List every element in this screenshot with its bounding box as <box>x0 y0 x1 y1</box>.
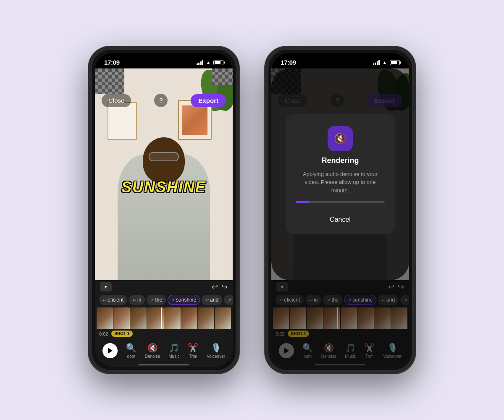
export-button-1[interactable]: Export <box>191 94 226 107</box>
trim-tool-1[interactable]: ✂️ Trim <box>188 343 198 359</box>
signal-icon-1 <box>197 60 204 65</box>
word-tag-3[interactable]: ↗ sunshine <box>168 295 200 305</box>
denoise-tool-2[interactable]: 🔇 Denoise <box>321 343 337 359</box>
battery-icon-1 <box>213 60 223 65</box>
denoise-label-1: Denoise <box>145 354 160 359</box>
zoom-tool-2[interactable]: 🔍 oom <box>302 343 313 359</box>
timeline-info-2: 0:02 SHOT 1 <box>271 329 409 339</box>
play-button-2[interactable] <box>279 343 294 358</box>
bottom-area-2: ▾ ↩ ↪ ↩ eficient ↩ in ↗ <box>271 280 409 367</box>
signal-icon-2 <box>373 60 380 65</box>
status-time-2: 17:09 <box>281 59 296 66</box>
music-label-2: Music <box>345 354 356 359</box>
chevron-down-icon-2[interactable]: ▾ <box>276 282 288 291</box>
timeline-2 <box>271 307 409 329</box>
word-tag-2-1[interactable]: ↩ in <box>305 295 321 305</box>
word-tag-2-0[interactable]: ↩ eficient <box>276 295 304 305</box>
word-tag-0[interactable]: ↩ eficient <box>99 295 127 305</box>
bottom-area-1: ▾ ↩ ↪ ↩ eficient ↩ in ↗ <box>95 280 233 367</box>
phone-1-shell: 17:09 ▲ <box>88 46 239 374</box>
denoise-tool-1[interactable]: 🔇 Denoise <box>145 343 160 359</box>
word-tag-2-4[interactable]: ↩ and <box>378 295 399 305</box>
subtitle-text-1: SUNSHINE <box>121 178 206 196</box>
phone-1: 17:09 ▲ <box>88 46 239 374</box>
modal-progress-fill <box>296 201 309 203</box>
top-controls-1: Close ? Export <box>95 94 233 107</box>
playhead-1 <box>161 307 162 329</box>
timeline-time-1: 0:02 <box>99 331 108 336</box>
trim-label-2: Trim <box>365 354 374 359</box>
modal-title: Rendering <box>321 156 359 165</box>
timeline-thumbs-1 <box>95 307 233 329</box>
rendering-modal-overlay: 🔇 Rendering Applying audio denoise to yo… <box>271 68 409 280</box>
denoise-icon-1: 🔇 <box>147 343 158 353</box>
music-label-1: Music <box>168 354 179 359</box>
word-tag-5[interactable]: ↗ vitan <box>224 295 233 305</box>
word-tags-strip-2: ↩ eficient ↩ in ↗ the ↗ sunshine <box>271 292 409 307</box>
phone-2-screen: 17:09 ▲ <box>271 53 409 367</box>
word-tag-2-5[interactable]: ↗ vitan <box>400 295 409 305</box>
timeline-info-1: 0:02 SHOT 1 <box>95 329 233 339</box>
play-button-1[interactable] <box>102 343 118 358</box>
shot-badge-1: SHOT 1 <box>111 331 132 337</box>
modal-icon-wrap: 🔇 <box>328 126 353 151</box>
denoise-label-2: Denoise <box>321 354 337 359</box>
zoom-tool-1[interactable]: 🔍 oom <box>126 343 136 359</box>
video-area-2: Close ? Export 🔇 Rendering Applying audi… <box>271 68 409 280</box>
word-tag-2-3[interactable]: ↗ sunshine <box>344 295 376 305</box>
timeline-time-2: 0:02 <box>276 331 284 336</box>
word-tag-1[interactable]: ↩ in <box>129 295 145 305</box>
music-icon-1: 🎵 <box>169 343 179 353</box>
timeline-thumbs-2 <box>271 307 409 329</box>
battery-icon-2 <box>390 60 400 65</box>
word-tag-2-2[interactable]: ↗ the <box>323 295 342 305</box>
status-time-1: 17:09 <box>104 59 120 66</box>
status-icons-2: ▲ <box>373 60 400 66</box>
close-button-1[interactable]: Close <box>102 94 131 107</box>
help-button-1[interactable]: ? <box>154 94 168 107</box>
redo-button-2[interactable]: ↪ <box>398 282 404 291</box>
zoom-icon-2: 🔍 <box>302 343 313 353</box>
voiceover-label-2: Voiceover <box>383 354 402 359</box>
chevron-down-icon-1[interactable]: ▾ <box>100 282 112 291</box>
word-tags-strip-1: ↩ eficient ↩ in ↗ the ↗ sunshine <box>95 292 233 307</box>
trim-icon-1: ✂️ <box>188 343 198 353</box>
status-bar-2: 17:09 ▲ <box>271 53 409 68</box>
status-icons-1: ▲ <box>197 60 223 66</box>
playhead-2 <box>337 307 338 329</box>
word-tag-2[interactable]: ↗ the <box>147 295 166 305</box>
modal-description: Applying audio denoise to your video. Pl… <box>296 170 385 195</box>
rendering-modal: 🔇 Rendering Applying audio denoise to yo… <box>286 114 395 235</box>
word-tag-4[interactable]: ↩ and <box>202 295 222 305</box>
music-tool-2[interactable]: 🎵 Music <box>345 343 356 359</box>
modal-divider <box>296 208 385 208</box>
timeline-1 <box>95 307 233 329</box>
music-tool-1[interactable]: 🎵 Music <box>168 343 179 359</box>
zoom-label-2: oom <box>304 354 312 359</box>
phone-1-screen: 17:09 ▲ <box>95 53 233 367</box>
denoise-icon-2: 🔇 <box>324 343 334 353</box>
wifi-icon-2: ▲ <box>382 60 387 66</box>
undo-button-1[interactable]: ↩ <box>212 282 218 291</box>
voiceover-tool-2[interactable]: 🎙️ Voiceover <box>383 343 402 359</box>
trim-label-1: Trim <box>189 354 197 359</box>
trim-icon-2: ✂️ <box>364 343 375 353</box>
phone-2-shell: 17:09 ▲ <box>265 46 416 374</box>
undo-button-2[interactable]: ↩ <box>388 282 394 291</box>
music-icon-2: 🎵 <box>345 343 356 353</box>
toolbar-2: 🔍 oom 🔇 Denoise 🎵 Music ✂️ Trim <box>271 339 409 361</box>
trim-tool-2[interactable]: ✂️ Trim <box>364 343 375 359</box>
shot-badge-2: SHOT 1 <box>288 331 309 337</box>
voiceover-tool-1[interactable]: 🎙️ Voiceover <box>207 343 225 359</box>
phone-2: 17:09 ▲ <box>265 46 416 374</box>
zoom-icon-1: 🔍 <box>126 343 136 353</box>
voiceover-icon-1: 🎙️ <box>211 343 221 353</box>
toolbar-1: 🔍 oom 🔇 Denoise 🎵 Music ✂️ Trim <box>95 339 233 361</box>
modal-progress-bar <box>296 201 385 203</box>
redo-button-1[interactable]: ↪ <box>221 282 228 291</box>
status-bar-1: 17:09 ▲ <box>95 53 233 68</box>
voiceover-label-1: Voiceover <box>207 354 225 359</box>
zoom-label-1: oom <box>127 354 135 359</box>
denoise-modal-icon: 🔇 <box>334 133 346 144</box>
cancel-button[interactable]: Cancel <box>330 213 351 226</box>
